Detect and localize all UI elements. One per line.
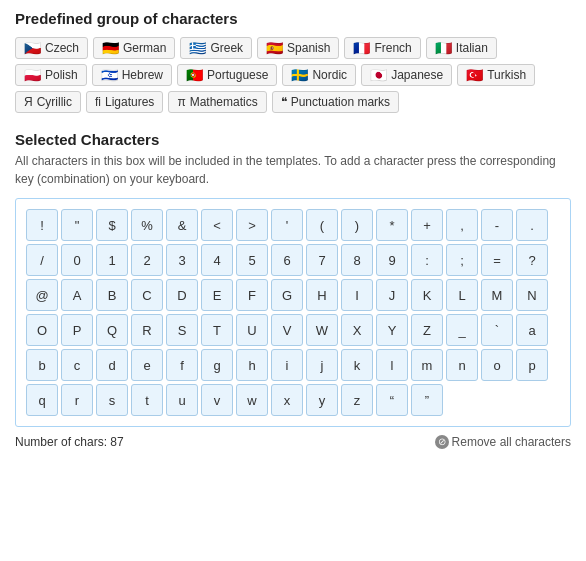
char-cell[interactable]: y xyxy=(306,384,338,416)
char-cell[interactable]: l xyxy=(376,349,408,381)
char-cell[interactable]: ! xyxy=(26,209,58,241)
char-cell[interactable]: T xyxy=(201,314,233,346)
char-cell[interactable]: 7 xyxy=(306,244,338,276)
lang-btn-polish[interactable]: 🇵🇱Polish xyxy=(15,64,87,86)
char-cell[interactable]: f xyxy=(166,349,198,381)
char-cell[interactable]: k xyxy=(341,349,373,381)
char-cell[interactable]: Q xyxy=(96,314,128,346)
char-cell[interactable]: D xyxy=(166,279,198,311)
char-cell[interactable]: O xyxy=(26,314,58,346)
char-cell[interactable]: r xyxy=(61,384,93,416)
char-cell[interactable]: F xyxy=(236,279,268,311)
char-cell[interactable]: c xyxy=(61,349,93,381)
char-cell[interactable]: ” xyxy=(411,384,443,416)
lang-btn-french[interactable]: 🇫🇷French xyxy=(344,37,420,59)
char-cell[interactable]: J xyxy=(376,279,408,311)
char-cell[interactable]: 5 xyxy=(236,244,268,276)
char-cell[interactable]: 3 xyxy=(166,244,198,276)
char-cell[interactable]: P xyxy=(61,314,93,346)
char-cell[interactable]: ) xyxy=(341,209,373,241)
char-cell[interactable]: C xyxy=(131,279,163,311)
lang-btn-greek[interactable]: 🇬🇷Greek xyxy=(180,37,252,59)
char-cell[interactable]: S xyxy=(166,314,198,346)
char-cell[interactable]: @ xyxy=(26,279,58,311)
char-cell[interactable]: u xyxy=(166,384,198,416)
char-cell[interactable]: H xyxy=(306,279,338,311)
char-cell[interactable]: K xyxy=(411,279,443,311)
char-cell[interactable]: , xyxy=(446,209,478,241)
char-cell[interactable]: A xyxy=(61,279,93,311)
char-cell[interactable]: t xyxy=(131,384,163,416)
char-cell[interactable]: * xyxy=(376,209,408,241)
char-cell[interactable]: h xyxy=(236,349,268,381)
char-cell[interactable]: E xyxy=(201,279,233,311)
char-cell[interactable]: e xyxy=(131,349,163,381)
char-cell[interactable]: s xyxy=(96,384,128,416)
char-cell[interactable]: _ xyxy=(446,314,478,346)
char-cell[interactable]: . xyxy=(516,209,548,241)
char-cell[interactable]: X xyxy=(341,314,373,346)
char-cell[interactable]: / xyxy=(26,244,58,276)
char-cell[interactable]: d xyxy=(96,349,128,381)
char-cell[interactable]: i xyxy=(271,349,303,381)
char-cell[interactable]: ' xyxy=(271,209,303,241)
char-cell[interactable]: 9 xyxy=(376,244,408,276)
char-cell[interactable]: o xyxy=(481,349,513,381)
char-cell[interactable]: " xyxy=(61,209,93,241)
lang-btn-italian[interactable]: 🇮🇹Italian xyxy=(426,37,497,59)
char-cell[interactable]: = xyxy=(481,244,513,276)
char-cell[interactable]: ( xyxy=(306,209,338,241)
lang-btn-cyrillic[interactable]: ЯCyrillic xyxy=(15,91,81,113)
char-cell[interactable]: N xyxy=(516,279,548,311)
char-cell[interactable]: 1 xyxy=(96,244,128,276)
char-cell[interactable]: z xyxy=(341,384,373,416)
char-cell[interactable]: U xyxy=(236,314,268,346)
char-cell[interactable]: < xyxy=(201,209,233,241)
char-cell[interactable]: m xyxy=(411,349,443,381)
char-cell[interactable]: j xyxy=(306,349,338,381)
char-cell[interactable]: I xyxy=(341,279,373,311)
char-cell[interactable]: v xyxy=(201,384,233,416)
remove-all-button[interactable]: ⊘ Remove all characters xyxy=(435,435,571,449)
char-cell[interactable]: : xyxy=(411,244,443,276)
char-cell[interactable]: - xyxy=(481,209,513,241)
lang-btn-german[interactable]: 🇩🇪German xyxy=(93,37,175,59)
char-cell[interactable]: ` xyxy=(481,314,513,346)
lang-btn-spanish[interactable]: 🇪🇸Spanish xyxy=(257,37,339,59)
char-cell[interactable]: 0 xyxy=(61,244,93,276)
char-cell[interactable]: 2 xyxy=(131,244,163,276)
lang-btn-nordic[interactable]: 🇸🇪Nordic xyxy=(282,64,356,86)
char-cell[interactable]: & xyxy=(166,209,198,241)
char-cell[interactable]: 6 xyxy=(271,244,303,276)
char-cell[interactable]: q xyxy=(26,384,58,416)
char-cell[interactable]: $ xyxy=(96,209,128,241)
char-cell[interactable]: a xyxy=(516,314,548,346)
char-cell[interactable]: B xyxy=(96,279,128,311)
char-cell[interactable]: 8 xyxy=(341,244,373,276)
char-cell[interactable]: G xyxy=(271,279,303,311)
lang-btn-czech[interactable]: 🇨🇿Czech xyxy=(15,37,88,59)
char-cell[interactable]: n xyxy=(446,349,478,381)
char-cell[interactable]: Z xyxy=(411,314,443,346)
char-cell[interactable]: R xyxy=(131,314,163,346)
char-cell[interactable]: p xyxy=(516,349,548,381)
char-cell[interactable]: W xyxy=(306,314,338,346)
char-cell[interactable]: b xyxy=(26,349,58,381)
char-cell[interactable]: + xyxy=(411,209,443,241)
char-cell[interactable]: w xyxy=(236,384,268,416)
lang-btn-turkish[interactable]: 🇹🇷Turkish xyxy=(457,64,535,86)
lang-btn-ligatures[interactable]: fiLigatures xyxy=(86,91,163,113)
char-cell[interactable]: M xyxy=(481,279,513,311)
char-cell[interactable]: L xyxy=(446,279,478,311)
char-cell[interactable]: % xyxy=(131,209,163,241)
char-cell[interactable]: ; xyxy=(446,244,478,276)
lang-btn-hebrew[interactable]: 🇮🇱Hebrew xyxy=(92,64,172,86)
char-cell[interactable]: > xyxy=(236,209,268,241)
lang-btn-mathematics[interactable]: πMathematics xyxy=(168,91,266,113)
lang-btn-punctuation-marks[interactable]: ❝Punctuation marks xyxy=(272,91,399,113)
char-cell[interactable]: g xyxy=(201,349,233,381)
char-cell[interactable]: ? xyxy=(516,244,548,276)
char-cell[interactable]: x xyxy=(271,384,303,416)
char-cell[interactable]: Y xyxy=(376,314,408,346)
char-cell[interactable]: “ xyxy=(376,384,408,416)
